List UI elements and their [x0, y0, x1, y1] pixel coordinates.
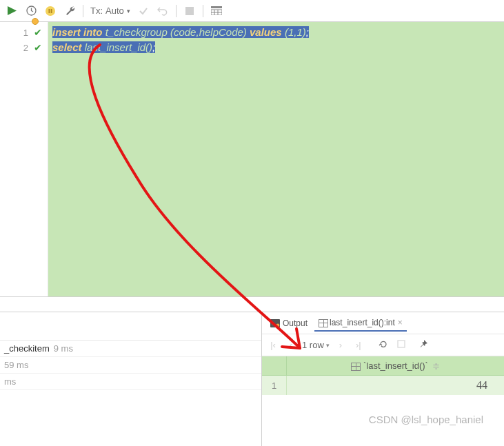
check-icon: ✔ [34, 42, 42, 53]
column-type-icon [351, 363, 359, 369]
row-number: 1 [262, 376, 287, 395]
svg-rect-5 [185, 7, 194, 15]
chevron-down-icon: ▾ [127, 8, 130, 14]
settings-button[interactable] [61, 2, 79, 20]
svg-rect-6 [211, 6, 222, 8]
sort-icon: ≑ [432, 361, 440, 371]
panel-divider[interactable] [0, 296, 504, 312]
check-icon [139, 6, 148, 16]
row-count-dropdown[interactable]: 1 row ▾ [302, 340, 330, 350]
result-panel: Output last_insert_id():int × |‹ ‹ 1 row… [262, 312, 504, 446]
code-line: select last_insert_id(); [52, 40, 500, 55]
toolbar-separator [203, 5, 203, 17]
pin-icon [419, 339, 428, 349]
pin-button[interactable] [416, 339, 430, 351]
toolbar-separator [176, 5, 177, 17]
result-grid-header: `last_insert_id()` ≑ [262, 356, 504, 376]
row-count-label: 1 row [302, 340, 324, 350]
svg-rect-3 [49, 9, 50, 13]
svg-rect-13 [398, 341, 405, 347]
history-panel: _checkitem 9 ms 59 ms ms [0, 312, 262, 446]
check-icon: ✔ [34, 27, 42, 38]
stop-icon [185, 7, 194, 15]
svg-point-2 [46, 6, 55, 16]
bottom-panels: _checkitem 9 ms 59 ms ms Output last_ins… [0, 312, 504, 446]
line-number: 1 [23, 28, 28, 38]
refresh-button[interactable] [376, 339, 390, 351]
tx-mode-dropdown[interactable]: Tx: Auto ▾ [88, 6, 133, 16]
chevron-down-icon: ▾ [326, 342, 330, 349]
warning-dot-icon [32, 18, 39, 25]
toolbar: Tx: Auto ▾ [0, 0, 504, 22]
cancel-query-button[interactable] [394, 340, 408, 350]
toolbar-separator [83, 5, 83, 17]
gutter: 1 ✔ 2 ✔ [0, 22, 48, 296]
gutter-line[interactable]: 1 ✔ [0, 25, 48, 40]
tab-output[interactable]: Output [266, 316, 312, 331]
close-icon[interactable]: × [398, 318, 403, 327]
history-item[interactable]: _checkitem 9 ms [0, 340, 261, 357]
first-page-button[interactable]: |‹ [266, 340, 280, 350]
stop-outline-icon [397, 340, 405, 348]
tab-result[interactable]: last_insert_id():int × [314, 315, 407, 332]
result-row[interactable]: 1 44 [262, 376, 504, 395]
sql-editor[interactable]: insert into t_checkgroup (code,helpCode)… [48, 22, 504, 296]
show-results-button[interactable] [208, 2, 225, 20]
tx-label: Tx: [90, 6, 103, 16]
column-header[interactable]: `last_insert_id()` ≑ [287, 356, 504, 375]
history-item-time: ms [4, 376, 16, 387]
svg-point-12 [276, 323, 280, 327]
result-navbar: |‹ ‹ 1 row ▾ › ›| [262, 334, 504, 356]
pause-button[interactable] [41, 2, 59, 20]
commit-button[interactable] [134, 2, 152, 20]
history-item[interactable]: 59 ms [0, 357, 261, 374]
column-header-label: `last_insert_id()` [363, 361, 428, 371]
stop-button[interactable] [181, 2, 199, 20]
last-page-button[interactable]: ›| [352, 340, 365, 350]
clock-icon [26, 6, 37, 16]
grid-icon [319, 319, 327, 326]
history-button[interactable] [22, 2, 40, 20]
code-line: insert into t_checkgroup (code,helpCode)… [52, 25, 500, 40]
refresh-icon [379, 339, 388, 349]
prev-page-button[interactable]: ‹ [284, 340, 298, 350]
undo-icon [157, 6, 168, 16]
svg-marker-0 [8, 6, 17, 15]
next-page-button[interactable]: › [334, 340, 347, 350]
rollback-button[interactable] [154, 2, 172, 20]
tx-value: Auto [105, 6, 124, 16]
history-item-time: 9 ms [54, 343, 73, 354]
history-item-time: 59 ms [4, 360, 28, 370]
wrench-icon [65, 6, 75, 16]
editor: 1 ✔ 2 ✔ insert into t_checkgroup (code,h… [0, 22, 504, 296]
pause-circle-icon [45, 6, 56, 17]
tab-label: last_insert_id():int [330, 318, 395, 327]
cell-value: 44 [287, 376, 504, 395]
history-item-name: _checkitem [4, 343, 50, 354]
tab-label: Output [283, 318, 308, 328]
console-icon [270, 319, 280, 327]
line-number: 2 [23, 43, 28, 53]
run-button[interactable] [3, 2, 21, 20]
gutter-line[interactable]: 2 ✔ [0, 40, 48, 55]
history-item[interactable]: ms [0, 374, 261, 390]
row-header-corner[interactable] [262, 356, 287, 375]
play-icon [8, 6, 17, 15]
grid-results-icon [211, 6, 222, 15]
result-tabs: Output last_insert_id():int × [262, 312, 504, 334]
svg-rect-4 [51, 9, 52, 13]
